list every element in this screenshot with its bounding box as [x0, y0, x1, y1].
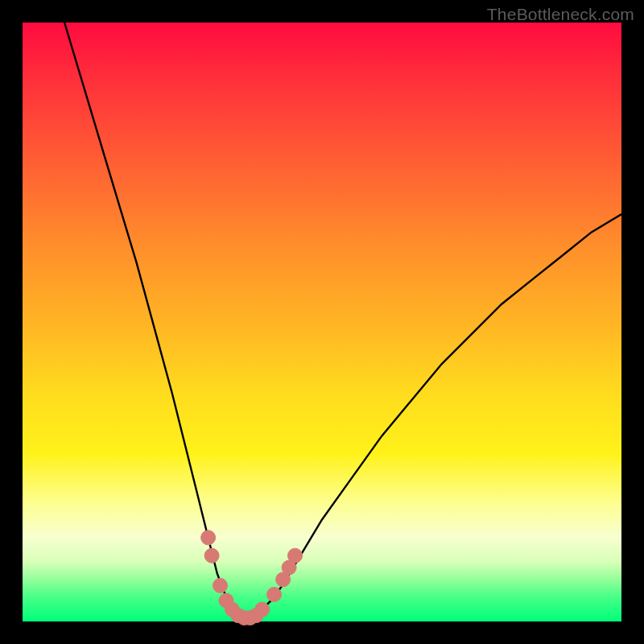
highlight-dot: [288, 548, 303, 563]
highlight-dot: [213, 578, 228, 592]
highlight-dot: [204, 548, 219, 563]
highlight-dot: [267, 588, 282, 602]
outer-frame: TheBottleneck.com: [0, 0, 644, 644]
watermark-text: TheBottleneck.com: [487, 5, 634, 24]
highlight-dot: [255, 602, 270, 617]
highlight-dots: [201, 530, 303, 625]
highlight-dot: [201, 530, 216, 545]
bottleneck-curve: [64, 23, 621, 618]
curve-svg: [23, 23, 621, 621]
plot-area: [23, 23, 621, 621]
